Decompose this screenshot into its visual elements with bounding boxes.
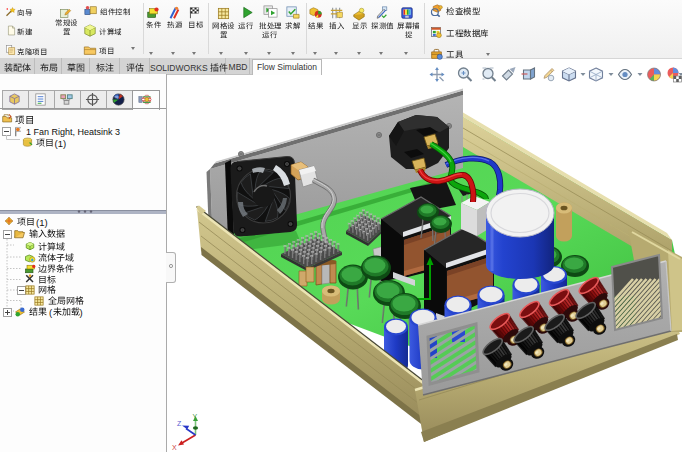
svg-text:Y: Y bbox=[193, 413, 198, 420]
svg-text:Z: Z bbox=[177, 420, 182, 427]
svg-text:X: X bbox=[172, 444, 177, 451]
